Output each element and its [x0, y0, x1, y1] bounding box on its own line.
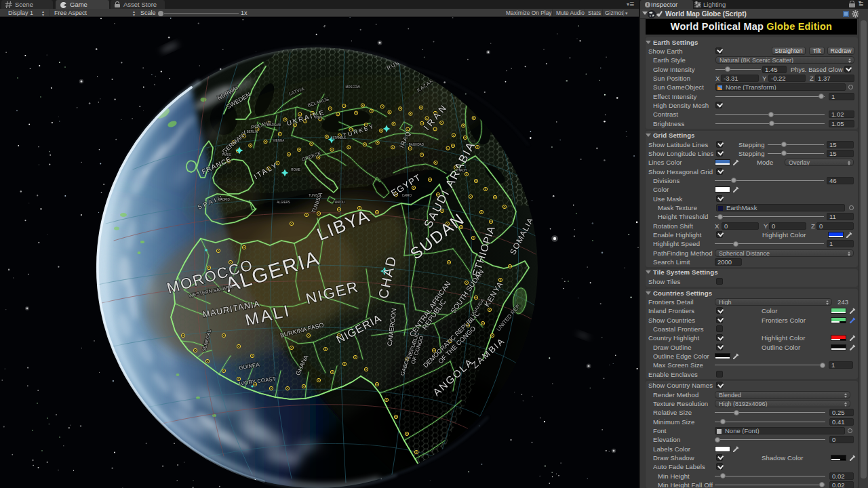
- svg-text:MOSCOW: MOSCOW: [345, 85, 360, 89]
- svg-text:VIENNA: VIENNA: [273, 139, 285, 142]
- svg-text:BERLIN: BERLIN: [247, 130, 258, 134]
- svg-text:BAGHDAD: BAGHDAD: [409, 143, 425, 146]
- svg-text:ALGIERS: ALGIERS: [277, 201, 290, 204]
- svg-text:TRIPOLI: TRIPOLI: [333, 201, 345, 204]
- svg-text:PARIS: PARIS: [222, 153, 231, 157]
- svg-text:WARSAW: WARSAW: [267, 123, 281, 127]
- svg-text:TUNIS: TUNIS: [309, 194, 318, 197]
- svg-text:RIYADH: RIYADH: [456, 169, 467, 172]
- svg-text:MADRID: MADRID: [218, 198, 230, 201]
- svg-text:ISTANBUL: ISTANBUL: [332, 136, 347, 140]
- svg-text:CAIRO: CAIRO: [402, 194, 412, 197]
- svg-text:ROME: ROME: [291, 168, 300, 171]
- svg-text:KIEV: KIEV: [315, 116, 322, 119]
